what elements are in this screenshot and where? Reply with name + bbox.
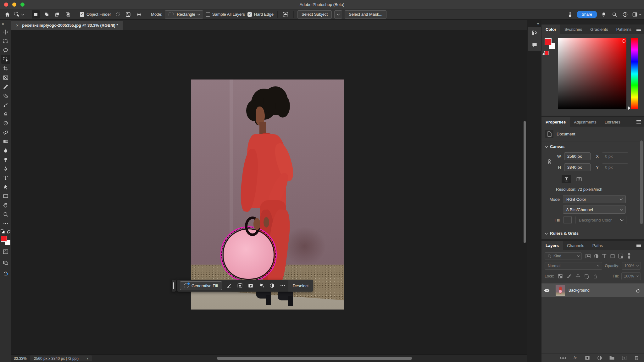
layer-effects-icon[interactable]: fx — [571, 354, 579, 361]
filter-toggle-switch[interactable] — [625, 253, 633, 260]
new-group-icon[interactable] — [608, 354, 616, 361]
tab-layers[interactable]: Layers — [541, 241, 563, 250]
mode-dropdown[interactable]: Rectangle — [165, 10, 203, 19]
selected-bag[interactable] — [223, 228, 275, 280]
layer-filter-dropdown[interactable]: Kind — [545, 252, 582, 260]
tab-gradients[interactable]: Gradients — [586, 25, 612, 34]
type-tool[interactable] — [1, 173, 10, 182]
collapse-panels-button[interactable]: « — [527, 20, 541, 27]
pen-tool[interactable] — [1, 164, 10, 173]
blend-mode-dropdown[interactable]: Normal — [545, 262, 602, 270]
width-field[interactable]: 2560 px — [564, 152, 591, 160]
canvas-section-header[interactable]: Canvas — [541, 141, 644, 152]
beta-features-button[interactable] — [566, 10, 574, 19]
history-brush-tool[interactable] — [1, 118, 10, 128]
object-finder-checkbox[interactable]: ✓ Object Finder — [80, 12, 111, 17]
color-mode-dropdown[interactable]: RGB Color — [563, 195, 626, 203]
refresh-object-finder-button[interactable] — [114, 10, 122, 19]
layer-visibility-toggle[interactable] — [541, 283, 552, 297]
frame-tool[interactable] — [1, 73, 10, 82]
swap-colors-icon[interactable] — [6, 229, 11, 234]
quick-mask-button[interactable] — [1, 247, 10, 256]
lock-paint-icon[interactable] — [565, 273, 573, 280]
zoom-level-field[interactable]: 33.33% — [14, 356, 30, 361]
select-subject-button[interactable]: Select Subject — [297, 10, 332, 19]
home-button[interactable] — [3, 10, 11, 19]
saturation-brightness-field[interactable] — [558, 38, 626, 109]
fill-field[interactable]: 100% — [621, 272, 641, 280]
canvas-photo[interactable] — [191, 80, 344, 310]
show-all-objects-button[interactable] — [124, 10, 132, 19]
filter-adjustment-icon[interactable] — [592, 253, 600, 260]
clone-stamp-tool[interactable] — [1, 109, 10, 118]
panel-menu-button[interactable] — [636, 25, 644, 34]
selection-brush-button[interactable] — [224, 281, 235, 290]
height-field[interactable]: 3840 px — [564, 163, 591, 171]
panel-menu-button[interactable] — [636, 241, 644, 250]
path-selection-tool[interactable] — [1, 182, 10, 191]
canvas-area[interactable]: Generative Fill Deselect — [11, 30, 527, 354]
screen-mode-button[interactable] — [1, 258, 10, 267]
filter-smart-object-icon[interactable] — [617, 253, 625, 260]
subtract-from-selection-button[interactable] — [53, 10, 61, 19]
comments-panel-icon[interactable] — [531, 42, 538, 48]
tab-adjustments[interactable]: Adjustments — [570, 117, 601, 127]
vertical-scrollbar[interactable] — [524, 121, 526, 243]
foreground-color-swatch[interactable] — [545, 38, 552, 45]
tab-channels[interactable]: Channels — [563, 241, 588, 250]
rulers-grids-section-header[interactable]: Rulers & Grids — [541, 228, 644, 239]
add-mask-button[interactable] — [245, 281, 256, 290]
panel-scrollbar[interactable] — [640, 140, 643, 224]
layer-lock-badge[interactable] — [636, 288, 640, 293]
select-and-mask-button[interactable]: Select and Mask... — [345, 10, 386, 19]
help-button[interactable]: ? — [621, 10, 629, 19]
select-subject-dropdown[interactable] — [334, 10, 342, 19]
expand-tools-button[interactable]: » — [0, 20, 11, 27]
new-layer-icon[interactable] — [620, 354, 628, 361]
new-adjustment-layer-icon[interactable] — [596, 354, 603, 361]
healing-brush-tool[interactable] — [1, 91, 10, 100]
lock-all-icon[interactable] — [592, 273, 599, 280]
brush-tool[interactable] — [1, 100, 10, 109]
landscape-orientation-button[interactable] — [574, 175, 584, 183]
eraser-tool[interactable] — [1, 128, 10, 137]
whats-new-button[interactable] — [1, 269, 10, 278]
zoom-tool[interactable] — [1, 210, 10, 219]
layer-row-background[interactable]: Background — [541, 283, 644, 297]
lock-transparency-icon[interactable] — [557, 273, 564, 280]
search-button[interactable] — [610, 10, 619, 19]
edit-toolbar-button[interactable] — [1, 219, 10, 228]
opacity-field[interactable]: 100% — [622, 262, 641, 270]
new-selection-button[interactable] — [32, 10, 40, 19]
document-info[interactable]: 2560 px x 3840 px (72 ppi) › — [30, 355, 92, 361]
tab-patterns[interactable]: Patterns — [612, 25, 636, 34]
delete-layer-icon[interactable] — [633, 354, 640, 361]
horizontal-scrollbar[interactable] — [217, 357, 412, 360]
taskbar-drag-handle[interactable] — [172, 280, 176, 292]
more-options-button[interactable] — [277, 281, 288, 290]
document-tab[interactable]: × pexels-simplyogo-2005355.jpg @ 33.3% (… — [11, 21, 123, 30]
hard-edge-checkbox[interactable]: ✓ Hard Edge — [247, 12, 274, 17]
default-colors-icon[interactable] — [0, 229, 5, 234]
portrait-orientation-button[interactable] — [562, 175, 571, 183]
selection-feedback-button[interactable] — [281, 10, 290, 19]
hue-slider-arrow-icon[interactable] — [628, 106, 630, 110]
hand-tool[interactable] — [1, 200, 10, 210]
crop-tool[interactable] — [1, 64, 10, 73]
rectangle-tool[interactable] — [1, 191, 10, 200]
share-button[interactable]: Share — [577, 11, 597, 18]
foreground-color-swatch[interactable] — [1, 236, 7, 242]
layer-thumbnail[interactable] — [556, 285, 565, 296]
link-dimensions-icon[interactable] — [547, 159, 552, 165]
tool-preset-button[interactable] — [14, 10, 24, 19]
close-tab-icon[interactable]: × — [16, 23, 19, 28]
rectangular-marquee-tool[interactable] — [1, 36, 10, 46]
tab-paths[interactable]: Paths — [588, 241, 607, 250]
lock-artboard-icon[interactable] — [583, 273, 591, 280]
tab-swatches[interactable]: Swatches — [560, 25, 586, 34]
link-layers-icon[interactable] — [559, 354, 567, 361]
workspace-button[interactable] — [632, 10, 641, 19]
bit-depth-dropdown[interactable]: 8 Bits/Channel — [563, 206, 626, 214]
tab-libraries[interactable]: Libraries — [601, 117, 625, 127]
dodge-tool[interactable] — [1, 155, 10, 164]
